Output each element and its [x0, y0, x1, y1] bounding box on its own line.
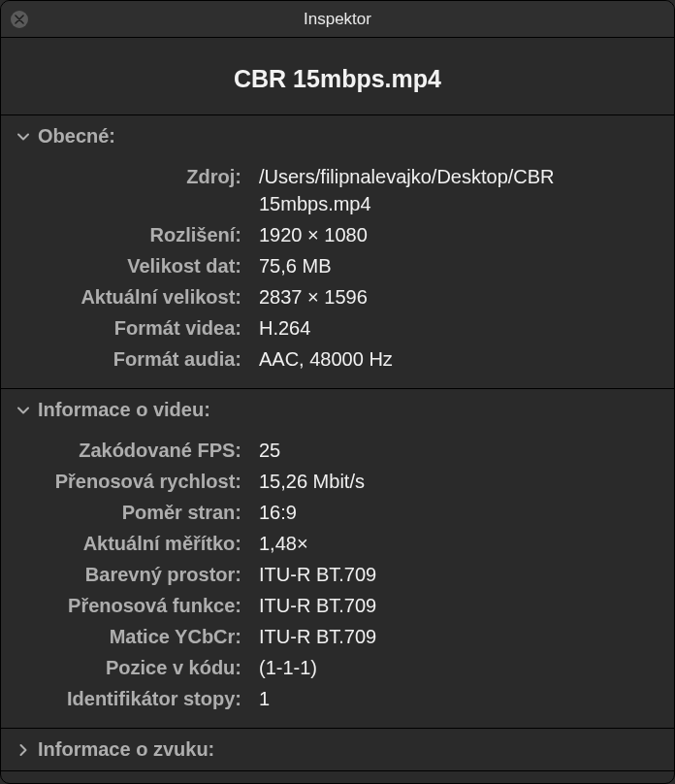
label-resolution: Rozlišení:	[20, 221, 259, 248]
row-actualsize: Aktuální velikost: 2837 × 1596	[20, 281, 655, 312]
section-body-video: Zakódované FPS: 25 Přenosová rychlost: 1…	[1, 431, 674, 728]
row-source: Zdroj: /Users/filipnalevajko/Desktop/CBR…	[20, 161, 655, 219]
label-videoformat: Formát videa:	[20, 314, 259, 342]
row-videoformat: Formát videa: H.264	[20, 312, 655, 343]
row-fps: Zakódované FPS: 25	[20, 435, 655, 466]
close-icon	[15, 15, 24, 24]
label-ycbcr: Matice YCbCr:	[20, 623, 259, 650]
section-header-audio[interactable]: Informace o zvuku:	[1, 729, 674, 770]
row-audioformat: Formát audia: AAC, 48000 Hz	[20, 343, 655, 375]
value-codeposition: (1-1-1)	[259, 654, 655, 681]
file-title: CBR 15mbps.mp4	[1, 38, 674, 114]
label-fps: Zakódované FPS:	[20, 437, 259, 464]
label-colorspace: Barevný prostor:	[20, 561, 259, 588]
value-resolution: 1920 × 1080	[259, 221, 655, 248]
row-resolution: Rozlišení: 1920 × 1080	[20, 219, 655, 250]
row-trackid: Identifikátor stopy: 1	[20, 683, 655, 714]
section-header-video[interactable]: Informace o videu:	[1, 389, 674, 431]
value-datasize: 75,6 MB	[259, 252, 655, 279]
section-video: Informace o videu: Zakódované FPS: 25 Př…	[1, 388, 674, 728]
row-transfer: Přenosová funkce: ITU-R BT.709	[20, 590, 655, 621]
row-bitrate: Přenosová rychlost: 15,26 Mbit/s	[20, 466, 655, 497]
close-button[interactable]	[11, 11, 28, 28]
value-ycbcr: ITU-R BT.709	[259, 623, 655, 650]
value-scale: 1,48×	[259, 530, 655, 557]
section-title-audio: Informace o zvuku:	[38, 738, 214, 761]
row-colorspace: Barevný prostor: ITU-R BT.709	[20, 559, 655, 590]
label-codeposition: Pozice v kódu:	[20, 654, 259, 681]
section-title-general: Obecné:	[38, 125, 115, 147]
value-actualsize: 2837 × 1596	[259, 283, 655, 310]
label-transfer: Přenosová funkce:	[20, 592, 259, 619]
section-audio: Informace o zvuku:	[1, 728, 674, 771]
section-body-general: Zdroj: /Users/filipnalevajko/Desktop/CBR…	[1, 157, 674, 388]
label-bitrate: Přenosová rychlost:	[20, 468, 259, 495]
chevron-right-icon	[16, 743, 30, 757]
label-audioformat: Formát audia:	[20, 345, 259, 373]
value-trackid: 1	[259, 685, 655, 712]
label-source: Zdroj:	[20, 163, 259, 190]
row-codeposition: Pozice v kódu: (1-1-1)	[20, 652, 655, 683]
section-header-general[interactable]: Obecné:	[1, 115, 674, 157]
window-title: Inspektor	[304, 10, 371, 29]
label-datasize: Velikost dat:	[20, 252, 259, 279]
chevron-down-icon	[16, 404, 30, 417]
value-bitrate: 15,26 Mbit/s	[259, 468, 655, 495]
chevron-down-icon	[16, 130, 30, 144]
titlebar: Inspektor	[1, 1, 674, 38]
row-aspect: Poměr stran: 16:9	[20, 497, 655, 528]
label-scale: Aktuální měřítko:	[20, 530, 259, 557]
label-aspect: Poměr stran:	[20, 499, 259, 526]
row-scale: Aktuální měřítko: 1,48×	[20, 528, 655, 559]
value-transfer: ITU-R BT.709	[259, 592, 655, 619]
section-general: Obecné: Zdroj: /Users/filipnalevajko/Des…	[1, 114, 674, 388]
label-trackid: Identifikátor stopy:	[20, 685, 259, 712]
value-videoformat: H.264	[259, 314, 655, 342]
value-fps: 25	[259, 437, 655, 464]
row-ycbcr: Matice YCbCr: ITU-R BT.709	[20, 621, 655, 652]
inspector-window: Inspektor CBR 15mbps.mp4 Obecné: Zdroj: …	[0, 0, 675, 784]
label-actualsize: Aktuální velikost:	[20, 283, 259, 310]
row-datasize: Velikost dat: 75,6 MB	[20, 250, 655, 281]
value-source: /Users/filipnalevajko/Desktop/CBR 15mbps…	[259, 163, 655, 217]
value-colorspace: ITU-R BT.709	[259, 561, 655, 588]
value-aspect: 16:9	[259, 499, 655, 526]
section-title-video: Informace o videu:	[38, 399, 210, 421]
value-audioformat: AAC, 48000 Hz	[259, 345, 655, 373]
